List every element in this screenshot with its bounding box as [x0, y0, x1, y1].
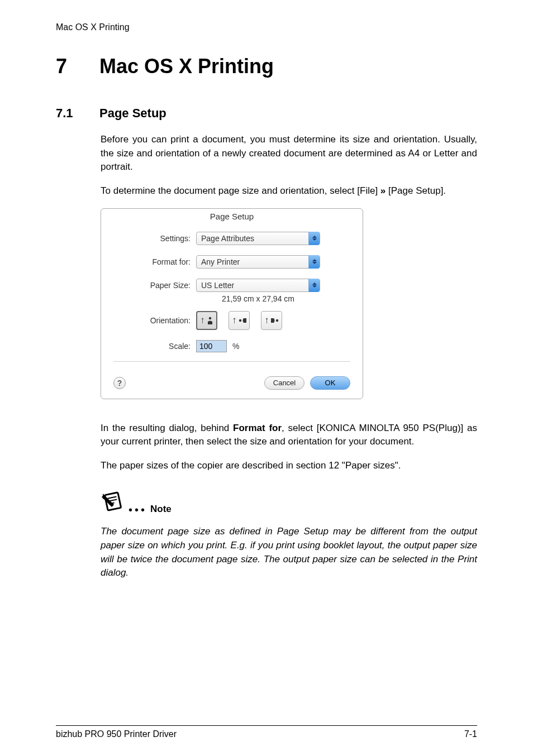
- running-header: Mac OS X Printing: [56, 22, 477, 32]
- paper-size-label: Paper Size:: [113, 281, 196, 290]
- section-heading: 7.1Page Setup: [56, 106, 477, 121]
- up-arrow-icon: ↑: [200, 315, 205, 325]
- select-arrows-icon: [308, 279, 320, 292]
- footer-page-number: 7-1: [464, 729, 477, 739]
- scale-label: Scale:: [113, 342, 196, 351]
- up-arrow-icon: ↑: [232, 315, 237, 325]
- menu-arrow: »: [380, 185, 386, 196]
- orientation-label: Orientation:: [113, 316, 196, 325]
- note-text: The document page size as defined in Pag…: [101, 525, 477, 580]
- text-fragment: [Page Setup].: [386, 185, 446, 196]
- footer-left: bizhub PRO 950 Printer Driver: [56, 729, 177, 739]
- paragraph: The paper sizes of the copier are descri…: [101, 459, 477, 473]
- settings-value: Page Attributes: [197, 234, 308, 243]
- help-button[interactable]: ?: [113, 377, 126, 389]
- scale-input[interactable]: [196, 340, 227, 352]
- svg-point-1: [239, 319, 241, 321]
- person-portrait-icon: [207, 317, 213, 324]
- chapter-heading: 7Mac OS X Printing: [56, 55, 477, 78]
- note-label: Note: [150, 504, 172, 516]
- paper-dimensions: 21,59 cm x 27,94 cm: [196, 294, 320, 303]
- dialog-title: Page Setup: [101, 209, 363, 224]
- section-title-text: Page Setup: [99, 106, 166, 120]
- text-fragment: To determine the document page size and …: [101, 185, 380, 196]
- svg-line-4: [108, 497, 117, 499]
- chapter-title-text: Mac OS X Printing: [99, 55, 274, 78]
- orientation-landscape-right-button[interactable]: ↑: [261, 311, 282, 330]
- footer-rule: [56, 725, 477, 726]
- svg-point-0: [209, 317, 211, 319]
- note-icon: [101, 489, 125, 516]
- section-number: 7.1: [56, 106, 99, 121]
- format-for-value: Any Printer: [197, 257, 308, 266]
- divider: [113, 361, 350, 362]
- paper-size-select[interactable]: US Letter: [196, 279, 320, 292]
- paragraph: To determine the document page size and …: [101, 184, 477, 198]
- person-landscape-left-icon: [239, 317, 246, 324]
- settings-select[interactable]: Page Attributes: [196, 232, 320, 245]
- format-for-label: Format for:: [113, 257, 196, 266]
- bold-text: Format for: [233, 423, 282, 433]
- settings-label: Settings:: [113, 234, 196, 243]
- select-arrows-icon: [308, 255, 320, 269]
- paragraph: In the resulting dialog, behind Format f…: [101, 422, 477, 449]
- orientation-portrait-button[interactable]: ↑: [196, 311, 217, 330]
- up-arrow-icon: ↑: [264, 315, 269, 325]
- person-landscape-right-icon: [271, 317, 279, 324]
- format-for-select[interactable]: Any Printer: [196, 255, 320, 269]
- dots-icon: •••: [129, 507, 147, 516]
- svg-point-2: [276, 319, 278, 321]
- chapter-number: 7: [56, 55, 99, 78]
- page-setup-dialog-screenshot: Page Setup Settings: Page Attributes For…: [101, 208, 363, 399]
- paper-size-value: US Letter: [197, 281, 308, 290]
- orientation-landscape-left-button[interactable]: ↑: [229, 311, 250, 330]
- text-fragment: In the resulting dialog, behind: [101, 423, 233, 433]
- select-arrows-icon: [308, 232, 320, 245]
- ok-button[interactable]: OK: [310, 376, 350, 390]
- paragraph: Before you can print a document, you mus…: [101, 133, 477, 174]
- cancel-button[interactable]: Cancel: [264, 376, 304, 390]
- scale-unit: %: [232, 342, 239, 351]
